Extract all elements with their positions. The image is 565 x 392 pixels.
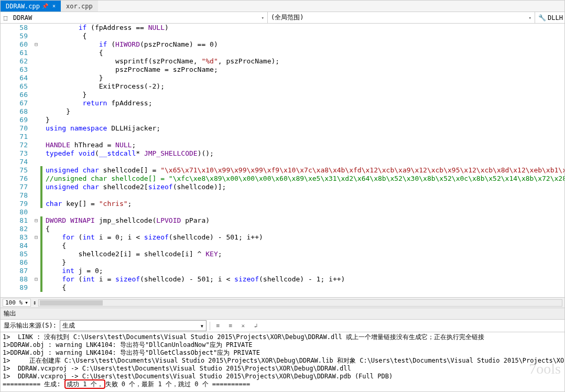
output-source-dropdown[interactable]: 生成 ▾ (60, 320, 207, 331)
tab-xor[interactable]: xor.cpp (61, 1, 98, 12)
output-panel: 输出 显示输出来源(S): 生成 ▾ ≡ ≡ ✕ ↲ 1> LINK : 没有找… (1, 308, 564, 391)
tab-ddraw[interactable]: DDRAW.cpp 📌 × (1, 1, 61, 12)
chevron-down-icon: ▾ (262, 15, 264, 20)
line-numbers: 5859606162636465666768697071727374757677… (1, 24, 32, 297)
code-editor[interactable]: 5859606162636465666768697071727374757677… (1, 24, 564, 297)
output-source-value: 生成 (62, 321, 75, 330)
code-content[interactable]: if (fpAddress == NULL) { if (HIWORD(pszP… (42, 24, 564, 297)
next-message-button[interactable]: ≡ (226, 321, 235, 331)
close-icon[interactable]: × (52, 3, 56, 9)
clear-button[interactable]: ✕ (238, 321, 248, 331)
chevron-down-icon: ▾ (25, 299, 28, 306)
output-toolbar: 显示输出来源(S): 生成 ▾ ≡ ≡ ✕ ↲ (1, 320, 564, 332)
wrap-button[interactable]: ↲ (251, 321, 260, 331)
split-icon[interactable]: ↕ (33, 299, 37, 306)
module-icon: ⬚ (4, 14, 11, 21)
tab-label: xor.cpp (66, 3, 93, 10)
output-source-label: 显示输出来源(S): (4, 321, 57, 330)
tab-label: DDRAW.cpp (6, 3, 40, 10)
chevron-down-icon: ▾ (200, 322, 204, 330)
nav-bar: ⬚ DDRAW ▾ (全局范围) ▾ 🔧 DLLH (1, 12, 564, 24)
separator (210, 322, 210, 330)
file-tabs: DDRAW.cpp 📌 × xor.cpp (1, 1, 564, 12)
fold-column[interactable]: ⊟⊟⊟⊟ (32, 24, 40, 297)
editor-footer: 100 % ▾ ↕ (1, 297, 564, 308)
output-text[interactable]: 1> LINK : 没有找到 C:\Users\test\Documents\V… (1, 332, 564, 391)
scroll-thumb[interactable] (40, 300, 103, 306)
horizontal-scrollbar[interactable] (38, 299, 562, 307)
pin-icon[interactable]: 📌 (42, 3, 48, 9)
wrench-icon: 🔧 (538, 14, 546, 21)
scope-label: DDRAW (13, 14, 32, 21)
zoom-value: 100 % (5, 299, 23, 306)
chevron-down-icon: ▾ (529, 15, 531, 20)
member-label: DLLH (548, 14, 563, 21)
zoom-dropdown[interactable]: 100 % ▾ (3, 299, 31, 307)
namespace-dropdown[interactable]: (全局范围) ▾ (268, 12, 535, 23)
scope-dropdown[interactable]: ⬚ DDRAW ▾ (1, 12, 268, 23)
output-title: 输出 (1, 308, 564, 320)
prev-message-button[interactable]: ≡ (213, 321, 223, 331)
member-dropdown[interactable]: 🔧 DLLH (535, 12, 565, 23)
namespace-label: (全局范围) (271, 13, 303, 22)
